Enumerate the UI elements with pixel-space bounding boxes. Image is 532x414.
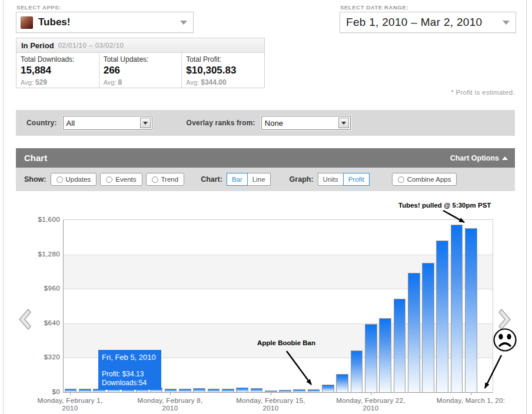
y-axis-tick-label: $0: [12, 388, 60, 395]
y-axis-tick-label: $960: [12, 285, 60, 292]
app-sales-dashboard: { "app_selector": {"label": "SELECT APPS…: [0, 0, 532, 414]
x-axis-tick-label: Monday, February 22,2010: [318, 397, 424, 412]
graph-profit-button[interactable]: Profit: [343, 173, 370, 186]
chevron-down-icon: [503, 21, 510, 25]
radio-icon: [398, 176, 404, 183]
chart-section-header: Chart Chart Options: [16, 148, 515, 168]
chart-bar[interactable]: [222, 389, 234, 392]
stat-total-profit: Total Profit: $10,305.83 Avg: $344.00: [181, 53, 264, 88]
chart-bar[interactable]: [365, 324, 377, 392]
chevron-down-icon: [143, 122, 148, 125]
stat-avg: Avg: $344.00: [186, 78, 264, 86]
chart-bar[interactable]: [179, 389, 191, 392]
country-select-value: All: [66, 119, 75, 128]
show-trend-button[interactable]: Trend: [146, 173, 185, 186]
chart-bar[interactable]: [293, 389, 305, 392]
filters-bar: Country: All Overlay ranks from: None: [16, 110, 515, 136]
chart-bar[interactable]: [322, 385, 334, 392]
country-select[interactable]: All: [63, 116, 152, 130]
select-date-range-label: SELECT DATE RANGE:: [340, 4, 408, 11]
combine-apps-label: Combine Apps: [407, 176, 451, 183]
y-axis-tick-label: $320: [12, 353, 60, 360]
chart-options-toggle[interactable]: Chart Options: [450, 154, 508, 162]
previous-page-chevron[interactable]: [16, 307, 32, 332]
show-updates-button[interactable]: Updates: [51, 173, 97, 186]
graph-type-segmented: Units Profit: [318, 173, 370, 186]
stat-avg: Avg: 529: [21, 78, 99, 86]
combine-apps-button[interactable]: Combine Apps: [392, 173, 457, 186]
app-selector-value: Tubes!: [38, 16, 70, 28]
chart-bar[interactable]: [251, 388, 263, 392]
x-axis-tick-label: Monday, February 8,2010: [117, 397, 223, 412]
x-axis-tick-label: Monday, February 15,2010: [218, 397, 324, 412]
select-arrow-button[interactable]: [140, 118, 151, 128]
date-range-dropdown[interactable]: Feb 1, 2010 – Mar 2, 2010: [340, 12, 516, 33]
annotation-boobie-ban: Apple Boobie Ban: [257, 339, 315, 346]
overlay-ranks-select-value: None: [265, 119, 283, 128]
chart-bar[interactable]: [422, 263, 434, 392]
app-selector-dropdown[interactable]: Tubes!: [16, 12, 194, 33]
chart-bar[interactable]: [165, 389, 177, 392]
show-trend-label: Trend: [161, 176, 179, 183]
radio-icon: [56, 176, 63, 183]
chart-bar[interactable]: [336, 374, 348, 392]
summary-header: In Period 02/01/10 – 03/02/10: [16, 38, 264, 53]
graph-units-button[interactable]: Units: [318, 173, 344, 186]
x-axis-tick: [371, 392, 371, 395]
page-left-border: [3, 0, 4, 414]
date-range-value: Feb 1, 2010 – Mar 2, 2010: [346, 16, 482, 29]
chart-type-label: Chart:: [201, 175, 222, 183]
stat-value: 266: [104, 65, 182, 76]
triangle-up-icon: [502, 156, 508, 160]
stat-total-updates: Total Updates: 266 Avg: 8: [99, 53, 182, 88]
chart-bar[interactable]: [436, 241, 448, 392]
show-events-button[interactable]: Events: [100, 173, 142, 186]
radio-icon: [106, 176, 112, 183]
app-thumbnail-icon: [21, 16, 33, 29]
tooltip-date: Fri, Feb 5, 2010: [102, 353, 161, 362]
page-right-border: [526, 0, 527, 414]
radio-icon: [152, 176, 158, 183]
chart-bar[interactable]: [208, 389, 220, 392]
chart-bar[interactable]: [236, 388, 248, 392]
chart-bar[interactable]: [408, 273, 420, 392]
chart-bar[interactable]: [351, 350, 363, 392]
chart-bar[interactable]: [308, 389, 320, 392]
chart-type-segmented: Bar Line: [227, 173, 271, 186]
chart-bar[interactable]: [451, 225, 463, 392]
x-axis-tick: [471, 392, 471, 395]
tooltip-profit: Profit: $34.13: [102, 370, 161, 378]
overlay-ranks-label: Overlay ranks from:: [187, 119, 255, 127]
chart-type-line-button[interactable]: Line: [247, 173, 271, 186]
overlay-ranks-select[interactable]: None: [261, 116, 351, 130]
tooltip-downloads: Downloads:54: [102, 379, 161, 387]
chart-bar[interactable]: [79, 389, 91, 392]
show-label: Show:: [24, 175, 46, 183]
x-axis-tick: [271, 392, 271, 395]
show-updates-label: Updates: [66, 176, 91, 183]
chart-options-label: Chart Options: [450, 154, 499, 162]
x-axis-tick-label: Monday, February 1,2010: [17, 397, 123, 412]
chart-bar[interactable]: [465, 228, 477, 392]
chart-section-title: Chart: [24, 153, 47, 163]
annotation-app-pulled: Tubes! pulled @ 5:30pm PST: [398, 202, 491, 209]
y-axis-tick-label: $1,280: [12, 251, 60, 258]
chart-bar[interactable]: [279, 390, 291, 392]
x-axis-tick: [170, 392, 171, 395]
chart-bar[interactable]: [379, 318, 391, 392]
stat-total-downloads: Total Downloads: 15,884 Avg: 529: [16, 53, 99, 88]
chart-type-bar-button[interactable]: Bar: [227, 173, 248, 186]
show-events-label: Events: [115, 176, 136, 183]
chart-bar[interactable]: [193, 388, 205, 392]
graph-type-label: Graph:: [290, 175, 314, 183]
x-axis-tick: [70, 392, 71, 395]
in-period-summary-panel: In Period 02/01/10 – 03/02/10 Total Down…: [16, 38, 265, 88]
stat-label: Total Updates:: [104, 55, 182, 64]
y-axis-tick-label: $1,600: [12, 216, 60, 223]
chart-bar[interactable]: [394, 299, 406, 392]
summary-title: In Period: [21, 41, 54, 50]
chevron-down-icon: [180, 21, 187, 25]
stat-label: Total Downloads:: [21, 55, 99, 64]
chart-controls-bar: Show: Updates Events Trend Chart: Bar Li…: [16, 168, 515, 191]
select-arrow-button[interactable]: [338, 118, 349, 128]
